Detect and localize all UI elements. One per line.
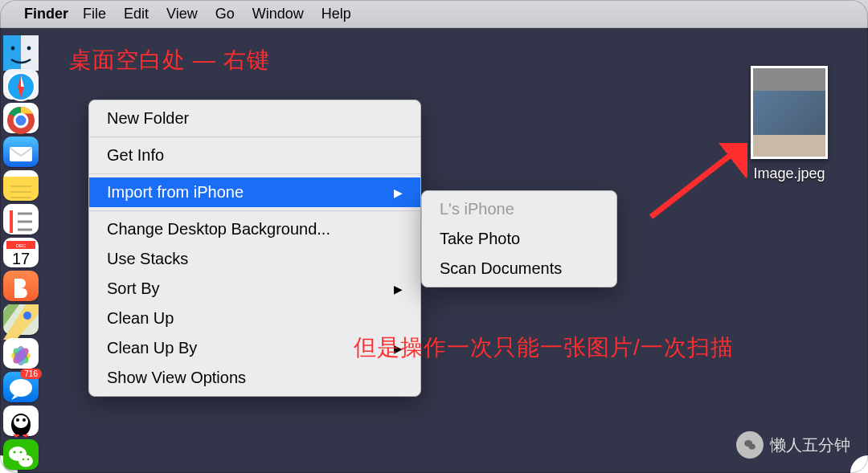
watermark: 懒人五分钟 <box>736 431 850 459</box>
ctx-clean-up[interactable]: Clean Up <box>89 304 420 333</box>
menu-bar: Finder File Edit View Go Window Help <box>0 0 868 28</box>
svg-point-39 <box>27 459 30 461</box>
ctx-get-info[interactable]: Get Info <box>89 141 420 170</box>
dock-reader[interactable] <box>3 271 39 301</box>
sub-device-header: L's iPhone <box>422 194 616 224</box>
svg-point-33 <box>23 418 26 422</box>
svg-point-36 <box>13 451 15 453</box>
submenu-arrow-icon: ▶ <box>394 283 403 296</box>
menu-window[interactable]: Window <box>252 6 304 22</box>
file-thumbnail-icon <box>751 66 828 159</box>
sub-scan-documents[interactable]: Scan Documents <box>422 254 616 283</box>
sub-take-photo[interactable]: Take Photo <box>422 224 616 254</box>
dock-finder[interactable] <box>3 35 39 66</box>
watermark-text: 懒人五分钟 <box>770 434 850 456</box>
svg-rect-11 <box>10 147 32 161</box>
svg-point-38 <box>23 459 25 461</box>
app-name[interactable]: Finder <box>24 6 68 22</box>
menu-go[interactable]: Go <box>215 6 235 22</box>
dock-messages[interactable]: 716 <box>3 372 39 402</box>
ctx-use-stacks[interactable]: Use Stacks <box>89 244 420 274</box>
annotation-text: 桌面空白处 — 右键 <box>69 45 270 75</box>
dock-chrome[interactable] <box>3 103 39 133</box>
dock-maps[interactable] <box>3 304 39 335</box>
menu-help[interactable]: Help <box>321 6 351 22</box>
dock-photos[interactable] <box>3 338 39 369</box>
dock: DEC17 716 <box>0 34 42 470</box>
svg-point-3 <box>27 47 31 51</box>
svg-point-35 <box>18 455 33 467</box>
annotation-arrow-icon <box>643 143 747 223</box>
svg-point-29 <box>10 379 32 397</box>
badge: 716 <box>20 369 42 379</box>
ctx-import-from-iphone[interactable]: Import from iPhone ▶ <box>89 177 420 207</box>
menu-file[interactable]: File <box>83 6 106 22</box>
svg-text:17: 17 <box>12 250 30 267</box>
dock-wechat[interactable] <box>3 439 39 470</box>
dock-reminders[interactable] <box>3 204 39 234</box>
menu-view[interactable]: View <box>166 6 198 22</box>
dock-mail[interactable] <box>3 137 39 167</box>
svg-point-22 <box>23 312 31 320</box>
svg-rect-15 <box>10 210 13 233</box>
ctx-sort-by[interactable]: Sort By ▶ <box>89 274 420 304</box>
wechat-icon <box>736 431 764 459</box>
svg-point-31 <box>14 415 28 428</box>
dock-safari[interactable] <box>3 69 39 100</box>
separator <box>89 210 420 211</box>
svg-text:DEC: DEC <box>16 243 27 248</box>
dock-calendar[interactable]: DEC17 <box>3 238 39 268</box>
separator <box>89 173 420 174</box>
svg-point-2 <box>11 47 15 51</box>
desktop-file[interactable]: Image.jpeg <box>744 66 834 182</box>
ctx-new-folder[interactable]: New Folder <box>89 104 420 133</box>
ctx-change-desktop-background[interactable]: Change Desktop Background... <box>89 214 420 244</box>
menu-edit[interactable]: Edit <box>124 6 149 22</box>
separator <box>89 137 420 137</box>
svg-point-37 <box>19 451 22 453</box>
svg-line-40 <box>651 149 738 217</box>
svg-rect-1 <box>21 35 39 71</box>
submenu-arrow-icon: ▶ <box>394 186 403 199</box>
svg-point-32 <box>16 418 19 422</box>
svg-point-42 <box>749 444 755 450</box>
dock-notes[interactable] <box>3 170 39 201</box>
annotation-text: 但是操作一次只能一张图片/一次扫描 <box>354 332 734 363</box>
dock-qq[interactable] <box>3 406 39 436</box>
ctx-show-view-options[interactable]: Show View Options <box>89 363 420 393</box>
file-name: Image.jpeg <box>744 165 834 182</box>
svg-rect-0 <box>3 35 21 71</box>
context-submenu: L's iPhone Take Photo Scan Documents <box>421 190 617 287</box>
